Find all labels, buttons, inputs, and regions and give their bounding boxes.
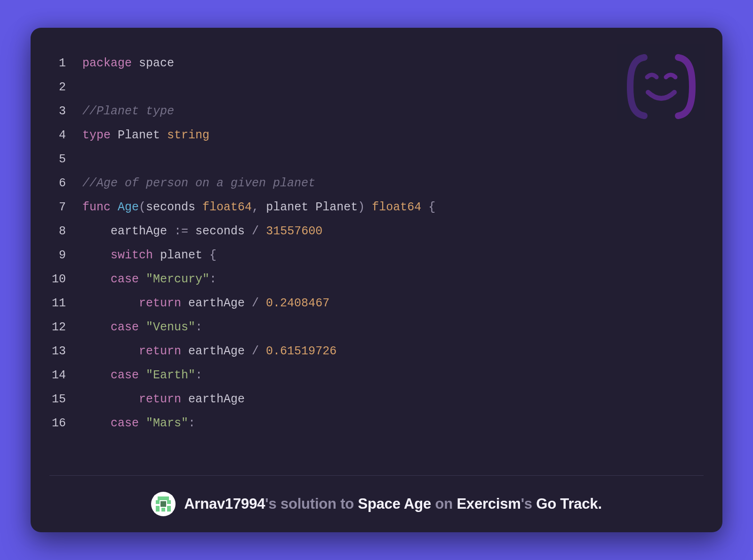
token-punct: :	[209, 272, 216, 286]
token-ident: earthAge	[82, 224, 174, 238]
code-line: 4type Planet string	[49, 123, 704, 147]
token-punct: /	[252, 344, 259, 358]
token-comment: //Planet type	[82, 104, 174, 118]
attribution-footer: Arnav17994's solution to Space Age on Ex…	[31, 476, 722, 532]
line-number: 3	[49, 99, 82, 123]
code-block: 1package space23//Planet type4type Plane…	[31, 28, 722, 475]
line-number: 7	[49, 195, 82, 219]
token-ident	[82, 392, 139, 406]
token-str: "Mars"	[146, 416, 188, 430]
token-ident	[82, 416, 111, 430]
token-ident	[259, 296, 266, 310]
token-ident: planet	[153, 248, 209, 262]
token-kw: case	[111, 320, 139, 334]
code-content: //Age of person on a given planet	[82, 171, 315, 195]
code-content: return earthAge / 0.61519726	[82, 339, 336, 363]
token-type: float64	[372, 200, 421, 214]
svg-rect-6	[167, 506, 171, 512]
platform-possessive: 's	[521, 496, 537, 512]
token-ident	[82, 272, 111, 286]
token-ident: Planet	[111, 128, 167, 142]
code-line: 1package space	[49, 51, 704, 75]
code-content: type Planet string	[82, 123, 209, 147]
token-str: "Venus"	[146, 320, 195, 334]
token-ident	[82, 248, 111, 262]
line-number: 12	[49, 315, 82, 339]
token-kw: return	[139, 296, 181, 310]
token-ident	[139, 272, 146, 286]
code-content: //Planet type	[82, 99, 174, 123]
code-content: package space	[82, 51, 174, 75]
code-content: func Age(seconds float64, planet Planet)…	[82, 195, 435, 219]
token-ident	[82, 320, 111, 334]
token-punct: :=	[174, 224, 188, 238]
code-content: return earthAge / 0.2408467	[82, 291, 329, 315]
line-number: 4	[49, 123, 82, 147]
svg-rect-7	[161, 508, 165, 512]
token-punct: :	[195, 320, 202, 334]
token-kw: switch	[111, 248, 153, 262]
username: Arnav17994	[184, 496, 265, 512]
line-number: 14	[49, 363, 82, 387]
solution-to-label: solution to	[280, 496, 358, 512]
possessive: 's	[265, 496, 280, 512]
token-num: 31557600	[266, 224, 322, 238]
code-line: 15 return earthAge	[49, 387, 704, 411]
token-ident	[139, 416, 146, 430]
token-ident: earthAge	[181, 296, 252, 310]
code-content: switch planet {	[82, 243, 216, 267]
token-ident: earthAge	[181, 392, 245, 406]
token-ident: planet Planet	[259, 200, 358, 214]
avatar	[151, 492, 176, 516]
svg-rect-2	[156, 500, 160, 504]
token-ident	[111, 200, 118, 214]
token-ident	[259, 224, 266, 238]
token-punct: :	[188, 416, 195, 430]
token-ident	[82, 344, 139, 358]
token-kw: type	[82, 128, 111, 142]
svg-rect-3	[167, 500, 171, 504]
token-punct: ,	[252, 200, 259, 214]
token-str: "Earth"	[146, 368, 195, 382]
exercise-name: Space Age	[358, 496, 432, 512]
token-kw: return	[139, 344, 181, 358]
token-ident	[259, 344, 266, 358]
token-kw: return	[139, 392, 181, 406]
token-kw: case	[111, 368, 139, 382]
token-kw: package	[82, 56, 132, 70]
line-number: 1	[49, 51, 82, 75]
line-number: 15	[49, 387, 82, 411]
token-ident	[139, 320, 146, 334]
code-line: 11 return earthAge / 0.2408467	[49, 291, 704, 315]
platform-name: Exercism	[457, 496, 521, 512]
line-number: 9	[49, 243, 82, 267]
code-line: 2	[49, 75, 704, 99]
token-type: float64	[202, 200, 252, 214]
line-number: 6	[49, 171, 82, 195]
code-line: 5	[49, 147, 704, 171]
token-func: Age	[118, 200, 139, 214]
token-punct: {	[421, 200, 435, 214]
code-line: 14 case "Earth":	[49, 363, 704, 387]
token-ident: seconds	[146, 200, 202, 214]
code-content: return earthAge	[82, 387, 245, 411]
code-line: 3//Planet type	[49, 99, 704, 123]
code-content: case "Mars":	[82, 411, 195, 435]
code-line: 10 case "Mercury":	[49, 267, 704, 291]
line-number: 11	[49, 291, 82, 315]
token-num: 0.2408467	[266, 296, 329, 310]
token-punct: /	[252, 296, 259, 310]
code-line: 13 return earthAge / 0.61519726	[49, 339, 704, 363]
token-ident: space	[132, 56, 174, 70]
svg-rect-5	[156, 506, 160, 512]
token-num: 0.61519726	[266, 344, 336, 358]
track-name: Go Track.	[536, 496, 602, 512]
attribution-text: Arnav17994's solution to Space Age on Ex…	[184, 496, 602, 512]
code-content: earthAge := seconds / 31557600	[82, 219, 322, 243]
code-content: case "Earth":	[82, 363, 202, 387]
line-number: 8	[49, 219, 82, 243]
token-ident	[139, 368, 146, 382]
token-comment: //Age of person on a given planet	[82, 176, 315, 190]
token-ident: seconds	[188, 224, 252, 238]
code-content: case "Venus":	[82, 315, 202, 339]
